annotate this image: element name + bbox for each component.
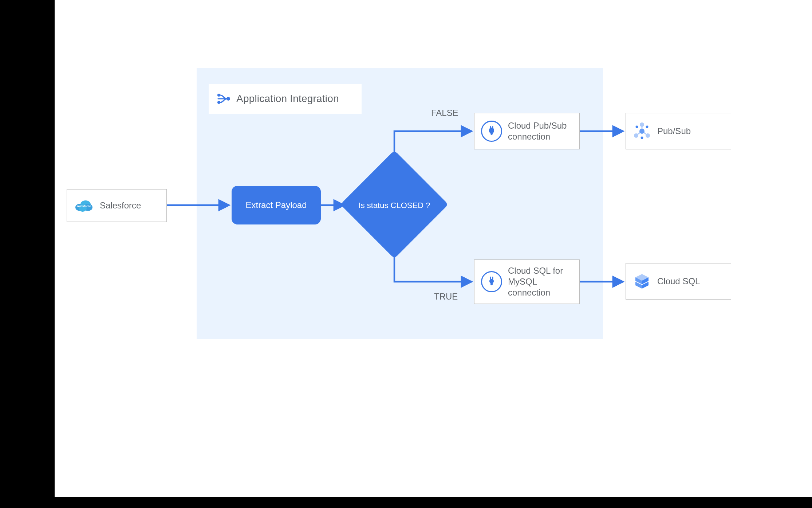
node-extract-payload: Extract Payload xyxy=(232,186,321,224)
svg-point-0 xyxy=(226,97,230,101)
svg-point-18 xyxy=(639,129,645,134)
pubsub-icon xyxy=(632,122,651,141)
svg-rect-13 xyxy=(490,277,491,279)
diagram-canvas: Application Integration salesforce Sales… xyxy=(0,0,812,508)
svg-rect-9 xyxy=(490,126,491,129)
svg-text:salesforce: salesforce xyxy=(76,204,91,208)
region-title-label: Application Integration xyxy=(236,93,339,105)
plug-icon xyxy=(481,121,502,142)
node-decision-label: Is status CLOSED ? xyxy=(343,198,445,213)
black-margin-bottom xyxy=(0,497,812,508)
region-header: Application Integration xyxy=(209,84,362,114)
application-integration-icon xyxy=(216,91,232,107)
node-sql-connection: Cloud SQL for MySQL connection xyxy=(474,259,580,304)
node-pubsub-connection: Cloud Pub/Sub connection xyxy=(474,113,580,149)
svg-point-20 xyxy=(634,133,638,138)
svg-point-24 xyxy=(641,137,643,139)
salesforce-icon: salesforce xyxy=(74,198,94,213)
svg-point-19 xyxy=(640,122,644,127)
svg-rect-10 xyxy=(492,126,493,129)
node-pubsub-connection-label: Cloud Pub/Sub connection xyxy=(508,120,573,142)
svg-point-1 xyxy=(217,94,220,97)
node-pubsub-label: Pub/Sub xyxy=(657,126,691,137)
edge-label-true: TRUE xyxy=(434,292,458,302)
cloudsql-icon xyxy=(632,272,651,291)
svg-point-2 xyxy=(217,101,220,104)
svg-point-22 xyxy=(636,126,638,128)
svg-rect-14 xyxy=(492,277,493,279)
node-salesforce-label: Salesforce xyxy=(100,200,141,211)
svg-point-21 xyxy=(646,133,650,138)
node-cloudsql-label: Cloud SQL xyxy=(657,276,700,287)
plug-icon xyxy=(481,271,502,292)
edge-label-false: FALSE xyxy=(431,108,458,118)
node-pubsub: Pub/Sub xyxy=(626,113,731,149)
node-extract-payload-label: Extract Payload xyxy=(245,200,307,210)
black-margin-left xyxy=(0,0,55,508)
node-sql-connection-label: Cloud SQL for MySQL connection xyxy=(508,265,573,298)
node-salesforce: salesforce Salesforce xyxy=(67,189,167,222)
node-cloudsql: Cloud SQL xyxy=(626,263,731,300)
svg-point-23 xyxy=(646,126,649,128)
